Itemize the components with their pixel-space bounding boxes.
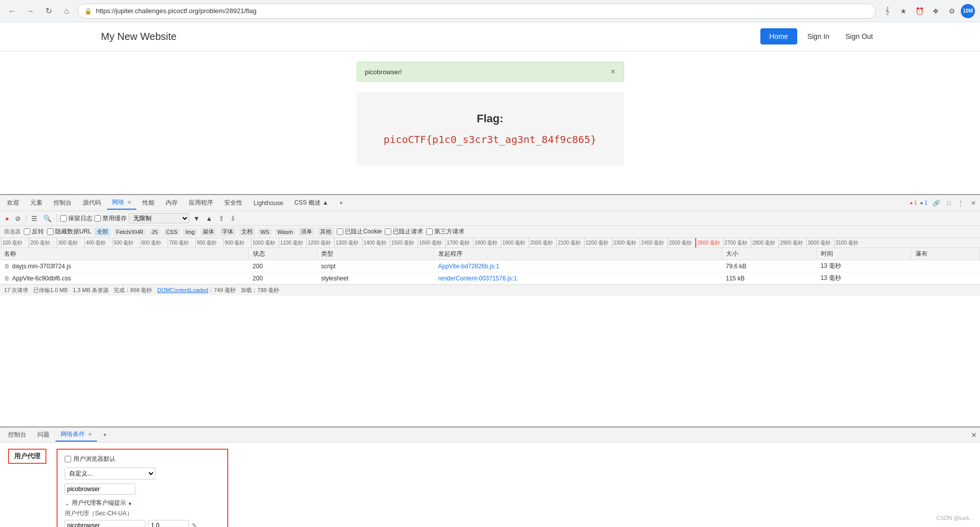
devtools-tab-security[interactable]: 安全性: [219, 197, 247, 209]
third-party[interactable]: 第三方请求: [426, 227, 465, 236]
browser-default-row: 用户浏览器默认: [65, 455, 220, 463]
filter-wasm[interactable]: Wasm: [275, 228, 295, 235]
import-har-button[interactable]: ▼: [191, 214, 202, 223]
address-bar[interactable]: 🔒 https://jupiter.challenges.picoctf.org…: [78, 4, 876, 19]
devtools-tab-css[interactable]: CSS 概述 ▲: [289, 197, 333, 209]
network-tab-close-icon[interactable]: ✕: [127, 200, 131, 205]
browser-default-checkbox[interactable]: [65, 456, 71, 462]
bottom-tab-console[interactable]: 控制台: [3, 428, 31, 441]
clear-button[interactable]: ⊘: [13, 214, 23, 223]
alert-close-button[interactable]: ×: [610, 67, 615, 76]
flag-label: Flag:: [377, 112, 604, 125]
table-row[interactable]: 🗎dayjs.min-3703f724.js 200 script AppVit…: [0, 260, 980, 272]
table-row[interactable]: 🗎AppVite-6c90dbf6.css 200 stylesheet ren…: [0, 272, 980, 284]
col-name[interactable]: 名称: [0, 248, 248, 260]
devtools-tab-performance[interactable]: 性能: [137, 197, 160, 209]
devtools-tab-network[interactable]: 网络 ✕: [107, 196, 136, 210]
ua-value-input[interactable]: [65, 484, 135, 495]
devtools-tab-elements[interactable]: 元素: [25, 197, 47, 209]
preserve-log-checkbox[interactable]: 保留日志: [60, 214, 92, 223]
bottom-tab-network-conditions[interactable]: 网络条件 ✕: [56, 428, 97, 442]
refresh-button[interactable]: ↻: [41, 4, 56, 18]
filter-img[interactable]: Img: [183, 228, 197, 235]
ruler-mark: 1300 毫秒: [334, 238, 362, 248]
ruler-mark: 2000 毫秒: [529, 238, 556, 248]
back-button[interactable]: ←: [5, 4, 19, 18]
home-button[interactable]: ⌂: [60, 4, 74, 18]
ruler-mark: 1800 毫秒: [473, 238, 501, 248]
signin-button[interactable]: Sign In: [801, 28, 836, 44]
ruler-mark: 2900 毫秒: [779, 238, 806, 248]
dock-icon[interactable]: □: [945, 199, 953, 208]
disable-cache-checkbox[interactable]: 禁用缓存: [94, 214, 127, 223]
filter-js[interactable]: JS: [149, 228, 161, 235]
throttle-select[interactable]: 无限制: [129, 213, 189, 223]
filter-manifest[interactable]: 清单: [298, 227, 315, 236]
forward-button[interactable]: →: [23, 4, 37, 18]
avatar: 10M: [961, 4, 975, 18]
bottom-tab-issues[interactable]: 问题: [32, 428, 55, 441]
col-type[interactable]: 类型: [317, 248, 434, 260]
ruler-mark: 2600 毫秒: [695, 238, 723, 248]
summary-transferred: 已传输1.0 MB: [33, 286, 68, 294]
network-conditions-close-icon[interactable]: ✕: [88, 432, 92, 437]
export-har-button[interactable]: ▲: [204, 214, 215, 223]
col-size[interactable]: 大小: [721, 248, 816, 260]
browser-default-label[interactable]: 用户浏览器默认: [65, 455, 116, 463]
invert-filter[interactable]: 反转: [24, 227, 44, 236]
version-input[interactable]: [148, 520, 189, 527]
conditions-row: 用户代理 用户浏览器默认 自定义...: [8, 449, 972, 527]
devtools-tab-memory[interactable]: 内存: [161, 197, 183, 209]
filter-fetch-xhr[interactable]: Fetch/XHR: [114, 228, 146, 235]
close-devtools-icon[interactable]: ✕: [969, 199, 978, 208]
profile-button[interactable]: ⚙: [945, 4, 959, 18]
bottom-tab-add[interactable]: +: [98, 429, 112, 441]
devtools-tab-lighthouse[interactable]: Lighthouse: [248, 198, 288, 209]
brand-edit-button[interactable]: ✎: [192, 522, 197, 527]
filter-media[interactable]: 媒体: [200, 227, 217, 236]
filter-ws[interactable]: WS: [258, 228, 272, 235]
signout-button[interactable]: Sign Out: [840, 28, 879, 44]
row-size: 79.6 kB: [721, 260, 816, 272]
ruler-mark: 1200 毫秒: [306, 238, 334, 248]
col-time[interactable]: 时间: [816, 248, 911, 260]
bottom-panel-close-button[interactable]: ✕: [971, 431, 977, 439]
col-status[interactable]: 状态: [248, 248, 317, 260]
download-button[interactable]: ⇩: [228, 214, 238, 223]
devtools-tab-sources[interactable]: 源代码: [78, 197, 106, 209]
row-time: 13 毫秒: [816, 260, 911, 272]
brand-input[interactable]: [65, 520, 145, 527]
filter-css[interactable]: CSS: [164, 228, 180, 235]
row-name: 🗎AppVite-6c90dbf6.css: [0, 272, 248, 284]
filter-all[interactable]: 全部: [94, 227, 111, 236]
more-tools-icon[interactable]: ⋮: [956, 199, 966, 208]
blocked-cookies[interactable]: 已阻止Cookie: [337, 227, 382, 236]
filter-font[interactable]: 字体: [220, 227, 236, 236]
col-waterfall[interactable]: 瀑布: [911, 248, 980, 260]
info-icon[interactable]: ●: [128, 500, 132, 506]
devtools-tab-console[interactable]: 控制台: [48, 197, 77, 209]
hide-data-url[interactable]: 隐藏数据URL: [47, 227, 91, 236]
ruler-mark: 1400 毫秒: [362, 238, 390, 248]
dom-link[interactable]: DOMContentLoaded: [157, 287, 208, 293]
home-nav-button[interactable]: Home: [760, 28, 797, 44]
extensions-button[interactable]: ❖: [929, 4, 943, 18]
col-initiator[interactable]: 发起程序: [434, 248, 722, 260]
ruler-mark: 1900 毫秒: [501, 238, 529, 248]
devtools-tab-add[interactable]: +: [334, 198, 348, 209]
blocked-requests[interactable]: 已阻止请求: [385, 227, 423, 236]
devtools-tab-application[interactable]: 应用程序: [184, 197, 218, 209]
alert-banner: picobrowser! ×: [356, 62, 624, 82]
record-button[interactable]: ●: [3, 214, 11, 223]
reader-mode-button[interactable]: 𝄞: [880, 4, 894, 18]
filter-other[interactable]: 其他: [318, 227, 334, 236]
upload-button[interactable]: ⇧: [217, 214, 226, 223]
collections-button[interactable]: ⏰: [912, 4, 926, 18]
custom-ua-select[interactable]: 自定义...: [65, 467, 156, 480]
devtools-tab-welcome[interactable]: 欢迎: [2, 197, 24, 209]
filter-doc[interactable]: 文档: [239, 227, 255, 236]
filter-icon-button[interactable]: ☰: [29, 214, 39, 223]
link-icon[interactable]: 🔗: [931, 199, 942, 208]
search-icon-button[interactable]: 🔍: [41, 214, 54, 223]
favorites-button[interactable]: ★: [896, 4, 910, 18]
